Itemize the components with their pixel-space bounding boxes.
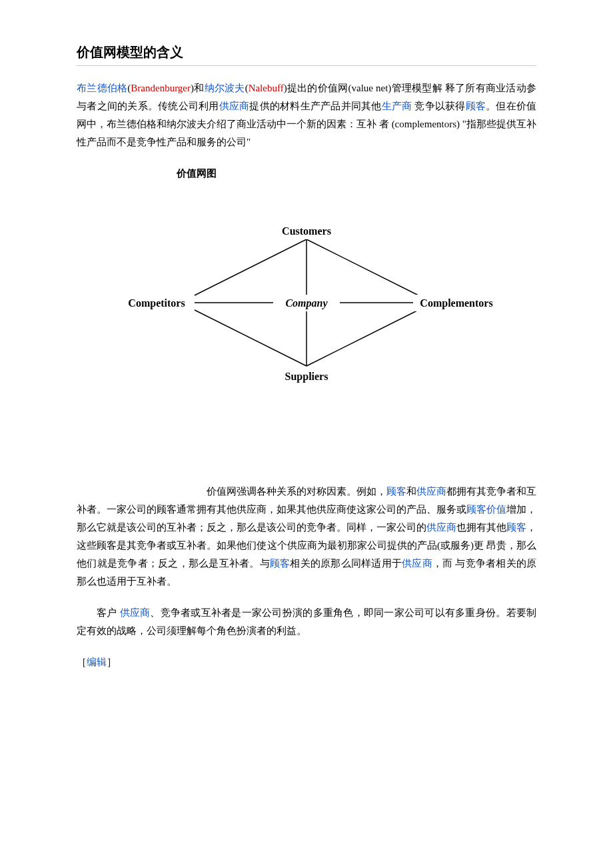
text: 相关的原那么同样适用于 xyxy=(290,558,402,569)
link-customer-value[interactable]: 顾客价值 xyxy=(466,504,506,515)
diagram-label-complementors: Complementors xyxy=(420,297,492,309)
text: )和 xyxy=(191,83,205,93)
svg-line-0 xyxy=(180,239,306,303)
diagram-section: 价值网图 Customers Competitors Company Compl… xyxy=(77,165,536,403)
text: 竞争以获得 xyxy=(412,101,465,111)
edit-link-section: ［编辑］ xyxy=(77,653,536,671)
svg-line-3 xyxy=(306,303,433,366)
link-nalebuff-en[interactable]: Nalebuff xyxy=(249,83,284,93)
diagram-label-competitors: Competitors xyxy=(128,297,185,309)
link-supplier[interactable]: 供应商 xyxy=(426,522,456,533)
diagram-label-customers: Customers xyxy=(282,225,331,237)
text: ］ xyxy=(107,657,117,667)
link-supplier[interactable]: 供应商 xyxy=(416,486,446,497)
link-brandenburger-cn[interactable]: 布兰德伯格 xyxy=(77,83,127,93)
link-nalebuff-cn[interactable]: 纳尔波夫 xyxy=(205,83,245,93)
link-supplier[interactable]: 供应商 xyxy=(120,607,151,618)
svg-line-2 xyxy=(180,303,306,366)
text: 客户 xyxy=(97,607,120,618)
paragraph-2: 价值网强调各种关系的对称因素。例如，顾客和供应商都拥有其竞争者和互补者。一家公司… xyxy=(77,483,536,591)
page-title: 价值网模型的含义 xyxy=(77,40,536,66)
link-customer[interactable]: 顾客 xyxy=(270,558,291,569)
text: ［ xyxy=(77,657,87,667)
paragraph-3: 客户 供应商、竞争者或互补者是一家公司扮演的多重角色，即同一家公司可以有多重身份… xyxy=(77,604,536,640)
link-customer[interactable]: 顾客 xyxy=(506,522,526,533)
link-supplier[interactable]: 供应商 xyxy=(219,101,250,111)
link-producer[interactable]: 生产商 xyxy=(382,101,412,111)
diagram-label-company: Company xyxy=(285,297,328,309)
value-net-diagram: Customers Competitors Company Complement… xyxy=(120,203,493,403)
link-brandenburger-en[interactable]: Brandenburger xyxy=(131,83,191,93)
link-customer[interactable]: 顾客 xyxy=(466,101,486,111)
diagram-label-suppliers: Suppliers xyxy=(285,371,328,383)
paragraph-1: 布兰德伯格(Brandenburger)和纳尔波夫(Nalebuff)提出的价值… xyxy=(77,79,536,151)
text: 价值网强调各种关系的对称因素。例如， xyxy=(207,486,386,497)
link-supplier[interactable]: 供应商 xyxy=(402,558,432,569)
link-customer[interactable]: 顾客 xyxy=(386,486,406,497)
text: 提供的材料生产产品并同其他 xyxy=(249,101,381,111)
text: 也拥有其他 xyxy=(456,522,506,533)
svg-line-1 xyxy=(306,239,433,303)
text: 和 xyxy=(406,486,416,497)
edit-link[interactable]: 编辑 xyxy=(87,657,107,667)
diagram-title: 价值网图 xyxy=(177,165,536,183)
